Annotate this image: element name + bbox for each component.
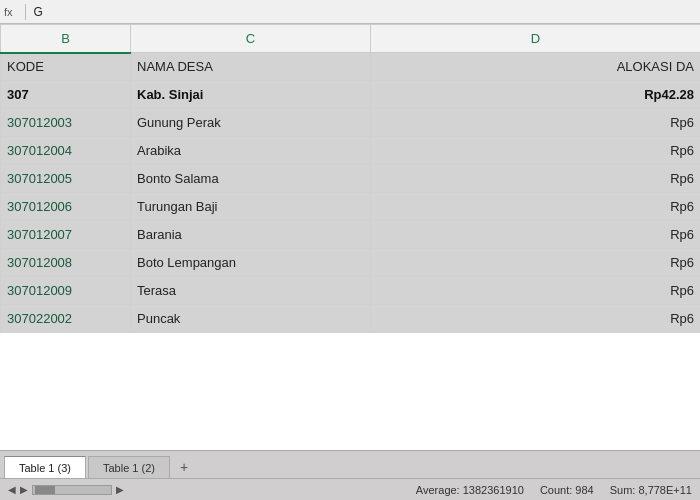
alloc-cell: Rp6 — [371, 193, 701, 221]
status-stats: Average: 1382361910 Count: 984 Sum: 8,77… — [416, 484, 692, 496]
kode-cell: 307012007 — [1, 221, 131, 249]
scroll-bar[interactable] — [32, 485, 112, 495]
nama-cell: Barania — [131, 221, 371, 249]
alloc-cell: Rp6 — [371, 249, 701, 277]
nama-cell: Terasa — [131, 277, 371, 305]
kode-cell: 307 — [1, 81, 131, 109]
alloc-cell: Rp6 — [371, 305, 701, 333]
alloc-cell: Rp42.28 — [371, 81, 701, 109]
scroll-left-arrow[interactable]: ◀ — [8, 484, 16, 495]
tab-table1-3[interactable]: Table 1 (3) — [4, 456, 86, 478]
kode-cell: 307012008 — [1, 249, 131, 277]
formula-bar-separator — [25, 4, 26, 20]
status-bar: ◀ ▶ ▶ Average: 1382361910 Count: 984 Sum… — [0, 478, 700, 500]
table-row: 307012004ArabikaRp6 — [1, 137, 701, 165]
formula-bar: fx G — [0, 0, 700, 24]
table-row: 307012008Boto LempanganRp6 — [1, 249, 701, 277]
spreadsheet-area: B C D KODE NAMA DESA ALOKASI DA 307Kab. … — [0, 24, 700, 450]
scroll-controls: ◀ ▶ ▶ — [8, 484, 124, 495]
col-d-header[interactable]: D — [371, 25, 701, 53]
kode-cell: 307012003 — [1, 109, 131, 137]
scroll-right-arrow2[interactable]: ▶ — [116, 484, 124, 495]
sheet-table: B C D KODE NAMA DESA ALOKASI DA 307Kab. … — [0, 24, 700, 333]
nama-header: NAMA DESA — [131, 53, 371, 81]
table-row: 307012009TerasaRp6 — [1, 277, 701, 305]
table-row: 307022002PuncakRp6 — [1, 305, 701, 333]
table-row: 307012003Gunung PerakRp6 — [1, 109, 701, 137]
kode-cell: 307012006 — [1, 193, 131, 221]
kode-cell: 307012009 — [1, 277, 131, 305]
tab-bar: Table 1 (3) Table 1 (2) + — [0, 450, 700, 478]
nama-cell: Gunung Perak — [131, 109, 371, 137]
table-row: 307012005Bonto SalamaRp6 — [1, 165, 701, 193]
nama-cell: Kab. Sinjai — [131, 81, 371, 109]
alloc-cell: Rp6 — [371, 137, 701, 165]
scroll-right-arrow[interactable]: ▶ — [20, 484, 28, 495]
tab-table1-2[interactable]: Table 1 (2) — [88, 456, 170, 478]
kode-cell: 307012005 — [1, 165, 131, 193]
formula-bar-value: G — [34, 5, 43, 19]
nama-cell: Puncak — [131, 305, 371, 333]
table-row: 307012006Turungan BajiRp6 — [1, 193, 701, 221]
alloc-cell: Rp6 — [371, 165, 701, 193]
kode-cell: 307012004 — [1, 137, 131, 165]
status-sum: Sum: 8,778E+11 — [610, 484, 692, 496]
kode-cell: 307022002 — [1, 305, 131, 333]
table-header-row: KODE NAMA DESA ALOKASI DA — [1, 53, 701, 81]
alloc-cell: Rp6 — [371, 277, 701, 305]
col-c-header[interactable]: C — [131, 25, 371, 53]
status-count: Count: 984 — [540, 484, 594, 496]
nama-cell: Boto Lempangan — [131, 249, 371, 277]
status-average: Average: 1382361910 — [416, 484, 524, 496]
scroll-thumb — [35, 486, 55, 494]
table-row: 307012007BaraniaRp6 — [1, 221, 701, 249]
formula-bar-label: fx — [4, 6, 13, 18]
kode-header: KODE — [1, 53, 131, 81]
nama-cell: Turungan Baji — [131, 193, 371, 221]
nama-cell: Arabika — [131, 137, 371, 165]
alloc-cell: Rp6 — [371, 221, 701, 249]
table-row: 307Kab. SinjaiRp42.28 — [1, 81, 701, 109]
alloc-header: ALOKASI DA — [371, 53, 701, 81]
alloc-cell: Rp6 — [371, 109, 701, 137]
col-b-header[interactable]: B — [1, 25, 131, 53]
nama-cell: Bonto Salama — [131, 165, 371, 193]
tab-add-button[interactable]: + — [172, 456, 196, 478]
